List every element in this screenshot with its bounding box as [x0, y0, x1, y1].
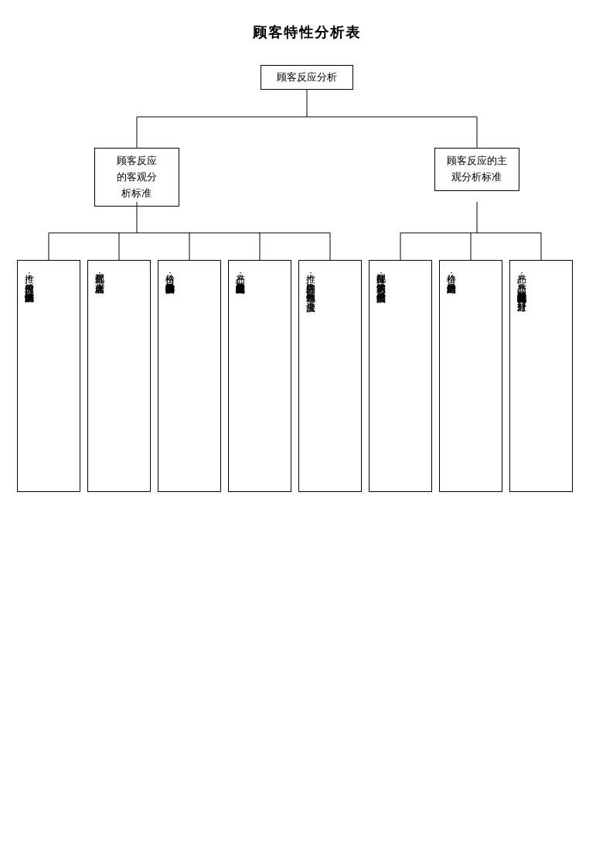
l1-right-node: 顾客反应的主观分析标准 — [434, 148, 519, 191]
leaf-node-4: 产品：产品使用量（轻级之分）品牌的忠实度 — [228, 260, 291, 492]
leaf-node-7: 价格：对产品价的受认定 — [439, 260, 502, 492]
leaf-node-5: 推广：品牌广告主、题包装推销、点接受度 — [298, 260, 362, 492]
leaf-node-1: 推广：对价的反应，广告的敏感性媒体的区别 — [17, 260, 80, 492]
leaf-node-8: 产品：产品质、特性用途偏区产利的认识程度对竞争品替代品的认识亮、对分好益 — [509, 260, 573, 492]
page-title: 顾客特性分析表 — [253, 23, 361, 42]
leaf-node-3: 价格：对价格高的接受度（价格弹性）对价格低接受 — [158, 260, 221, 492]
leaf-node-2: 分配形式：店买商忠度 — [87, 260, 151, 492]
diagram-container: 顾客特性分析表 顾客反应分析 — [17, 23, 597, 492]
l1-left-node: 顾客反应的客观分析标准 — [94, 148, 179, 207]
leaf-node-6: 分配径路：对零售店的认识、对推销员的接受度 — [369, 260, 432, 492]
root-node: 顾客反应分析 — [261, 65, 353, 90]
